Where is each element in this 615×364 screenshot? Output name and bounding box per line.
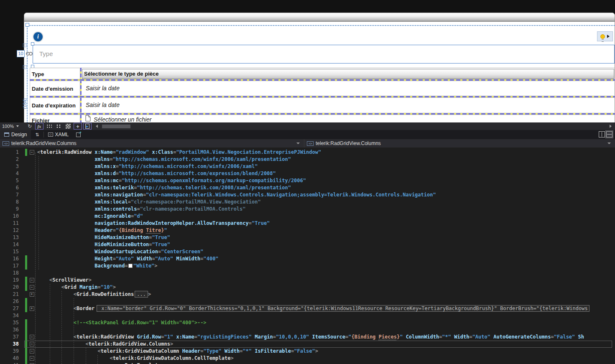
zoom-combobox[interactable]: 100% <box>0 122 24 130</box>
hscroll-thumb[interactable] <box>102 125 130 128</box>
code-line[interactable]: 17 Background="White"> <box>0 262 615 270</box>
fold-gutter[interactable] <box>27 227 36 234</box>
line-number[interactable]: 39 <box>0 348 19 355</box>
fold-gutter[interactable] <box>27 184 36 191</box>
line-number[interactable]: 10 <box>0 213 19 220</box>
popout-pane-button[interactable] <box>76 132 81 137</box>
fold-gutter[interactable] <box>27 220 36 227</box>
line-number[interactable]: 1 <box>0 149 19 156</box>
grid-row-divider[interactable] <box>30 79 615 81</box>
code-line[interactable]: 20− <Grid Margin="10"> <box>0 284 615 291</box>
breadcrumb-right[interactable]: <> telerik:RadGridView.Columns <box>304 139 615 148</box>
code-line[interactable]: 11 navigation:RadWindowInteropHelper.All… <box>0 220 615 227</box>
line-number[interactable]: 20 <box>0 284 19 291</box>
line-number[interactable]: 18 <box>0 270 19 277</box>
fold-gutter[interactable]: − <box>27 284 36 291</box>
fold-gutter[interactable] <box>27 298 36 305</box>
fold-gutter[interactable] <box>27 170 36 177</box>
transparency-grid-button[interactable] <box>64 123 72 130</box>
snaplines-toggle-button[interactable]: + <box>74 123 82 130</box>
line-number[interactable]: 38 <box>0 341 19 348</box>
code-line[interactable]: 14 HideMinimizeButton="True" <box>0 241 615 248</box>
grid-row-divider[interactable] <box>30 113 615 115</box>
code-line[interactable]: 37− <telerik:RadGridView Grid.Row="1" x:… <box>0 333 615 341</box>
quick-actions-button[interactable] <box>597 31 613 41</box>
collapse-icon[interactable]: − <box>30 150 34 155</box>
fold-gutter[interactable] <box>27 234 36 241</box>
line-number[interactable]: 9 <box>0 206 19 213</box>
code-line[interactable]: 26 <box>0 298 615 305</box>
line-number[interactable]: 13 <box>0 234 19 241</box>
code-line[interactable]: 21+ <Grid.RowDefinitions...> <box>0 291 615 298</box>
line-number[interactable]: 17 <box>0 262 19 270</box>
vertical-split-button[interactable] <box>599 131 605 137</box>
fold-gutter[interactable]: − <box>27 277 36 284</box>
code-line[interactable]: 6 xmlns:telerik="http://schemas.telerik.… <box>0 184 615 191</box>
line-number[interactable]: 19 <box>0 277 19 284</box>
breadcrumb-left[interactable]: <> telerik:RadGridView.Columns <box>0 139 304 148</box>
code-line[interactable]: 8 xmlns:local="clr-namespace:PortailMOA.… <box>0 199 615 206</box>
selection-handle-top[interactable] <box>31 42 34 46</box>
line-number[interactable]: 3 <box>0 163 19 170</box>
line-number[interactable]: 16 <box>0 255 19 262</box>
collapse-icon[interactable]: − <box>30 278 34 283</box>
fold-gutter[interactable]: − <box>27 341 36 348</box>
fold-gutter[interactable]: + <box>27 305 36 312</box>
line-number[interactable]: 14 <box>0 241 19 248</box>
type-combobox[interactable]: Sélectionner le type de pièce <box>82 69 614 79</box>
fold-gutter[interactable] <box>27 191 36 199</box>
fold-gutter[interactable] <box>27 156 36 163</box>
line-number[interactable]: 21 <box>0 291 19 298</box>
date-emission-field[interactable]: Saisir la date <box>86 85 120 92</box>
code-line[interactable]: 40− <telerik:GridViewDataColumn.CellTemp… <box>0 355 615 362</box>
line-number[interactable]: 37 <box>0 333 19 341</box>
code-line[interactable]: 9 xmlns:controls="clr-namespace:PortailM… <box>0 206 615 213</box>
collapse-icon[interactable]: − <box>30 285 34 290</box>
code-line[interactable]: 7 xmlns:navigation="clr-namespace:Teleri… <box>0 191 615 199</box>
hscroll-right-arrow-icon[interactable] <box>610 125 612 128</box>
code-line[interactable]: 16 Height="Auto" Width="Auto" MinWidth="… <box>0 255 615 262</box>
line-number[interactable]: 41 <box>0 362 19 364</box>
swap-panes-button[interactable]: ⇅ <box>31 132 43 137</box>
code-line[interactable]: 3 xmlns:x="http://schemas.microsoft.com/… <box>0 163 615 170</box>
line-number[interactable]: 35 <box>0 319 19 326</box>
hscroll-left-arrow-icon[interactable] <box>96 125 98 128</box>
xaml-code-editor[interactable]: 1−<telerik:RadWindow x:Name="radWindow" … <box>0 148 615 364</box>
line-number[interactable]: 36 <box>0 326 19 333</box>
line-number[interactable]: 12 <box>0 227 19 234</box>
code-line[interactable]: 13 HideMaximizeButton="True" <box>0 234 615 241</box>
fold-gutter[interactable] <box>27 177 36 184</box>
fold-gutter[interactable] <box>27 255 36 262</box>
line-number[interactable]: 8 <box>0 199 19 206</box>
fold-gutter[interactable]: − <box>27 333 36 341</box>
expand-icon[interactable]: + <box>30 306 34 311</box>
line-number[interactable]: 26 <box>0 298 19 305</box>
tab-design[interactable]: Design <box>0 130 31 139</box>
grid-row-height-adorner[interactable]: (184) <box>22 93 27 114</box>
chevron-down-icon[interactable] <box>607 143 611 144</box>
collapse-icon[interactable]: − <box>30 356 34 361</box>
type-textbox-selected[interactable]: Type <box>33 45 615 64</box>
snap-grid-button[interactable] <box>54 123 63 130</box>
code-line[interactable]: 39− <telerik:GridViewDataColumn Header="… <box>0 348 615 355</box>
fold-gutter[interactable] <box>27 199 36 206</box>
fold-gutter[interactable]: + <box>27 291 36 298</box>
line-number[interactable]: 2 <box>0 156 19 163</box>
fold-gutter[interactable]: − <box>27 149 36 156</box>
code-line[interactable]: 34 <box>0 312 615 319</box>
code-line[interactable]: 12 Header="{Binding Titre}" <box>0 227 615 234</box>
code-line[interactable]: 1−<telerik:RadWindow x:Name="radWindow" … <box>0 149 615 156</box>
line-number[interactable]: 11 <box>0 220 19 227</box>
code-line[interactable]: 38− <telerik:RadGridView.Columns> <box>0 341 615 348</box>
code-line[interactable]: 36 <box>0 326 615 333</box>
margin-anchor-icon[interactable] <box>26 52 34 57</box>
line-number[interactable]: 6 <box>0 184 19 191</box>
fold-gutter[interactable] <box>27 326 36 333</box>
fold-gutter[interactable] <box>27 319 36 326</box>
tab-xaml[interactable]: ◇ XAML <box>44 130 73 139</box>
code-line[interactable]: 15 WindowStartupLocation="CenterScreen" <box>0 248 615 255</box>
design-surface[interactable]: i Type ◫ ◫ 10 (184) Type Date d'emission… <box>0 0 615 122</box>
fold-gutter[interactable] <box>27 163 36 170</box>
fold-gutter[interactable] <box>27 206 36 213</box>
fold-gutter[interactable] <box>27 270 36 277</box>
